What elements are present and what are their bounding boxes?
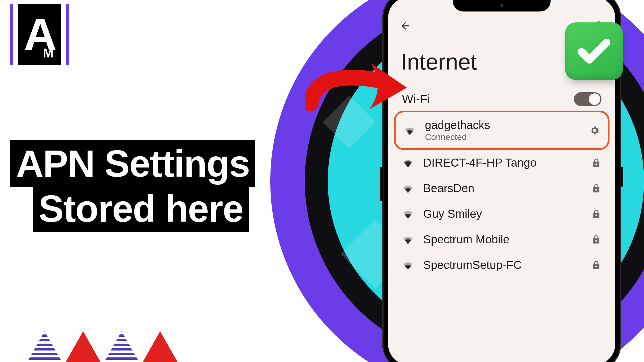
headline-line2: Stored here — [33, 185, 249, 232]
network-name: SpectrumSetup-FC — [423, 259, 582, 272]
wifi-icon — [402, 259, 414, 271]
network-status: Connected — [425, 132, 580, 142]
headline: APN Settings Stored here — [10, 140, 255, 232]
headline-line1: APN Settings — [10, 140, 255, 187]
network-item[interactable]: SpectrumSetup-FC — [394, 252, 610, 278]
network-item[interactable]: BearsDen — [394, 176, 610, 201]
network-item[interactable]: gadgethacks Connected — [394, 111, 610, 150]
wifi-icon — [402, 234, 414, 246]
network-name: BearsDen — [423, 182, 582, 195]
network-item[interactable]: Spectrum Mobile — [394, 227, 610, 252]
wifi-icon — [402, 157, 414, 169]
wifi-toggle[interactable] — [574, 92, 601, 106]
network-name: Guy Smiley — [423, 207, 582, 220]
network-name: Spectrum Mobile — [423, 233, 582, 246]
decor-triangles — [26, 331, 179, 362]
lock-icon — [591, 183, 601, 194]
brand-logo: AM — [10, 4, 69, 65]
lock-icon — [591, 158, 601, 168]
wifi-master-row[interactable]: Wi-Fi — [388, 86, 615, 110]
back-button[interactable] — [400, 20, 411, 32]
wifi-icon — [404, 124, 416, 136]
lock-icon — [591, 260, 601, 270]
network-item[interactable]: Guy Smiley — [394, 201, 610, 227]
lock-icon — [591, 209, 601, 219]
wifi-icon — [402, 182, 414, 195]
gear-icon[interactable] — [589, 125, 600, 136]
network-list: gadgethacks Connected DIRECT-4F-HP Tango — [388, 110, 615, 278]
network-name: gadgethacks — [425, 119, 580, 132]
network-name: DIRECT-4F-HP Tango — [423, 156, 582, 169]
network-item[interactable]: DIRECT-4F-HP Tango — [394, 150, 610, 176]
success-check-icon — [565, 22, 623, 80]
lock-icon — [591, 234, 601, 245]
wifi-icon — [402, 208, 414, 220]
attention-arrow-icon — [305, 60, 411, 119]
